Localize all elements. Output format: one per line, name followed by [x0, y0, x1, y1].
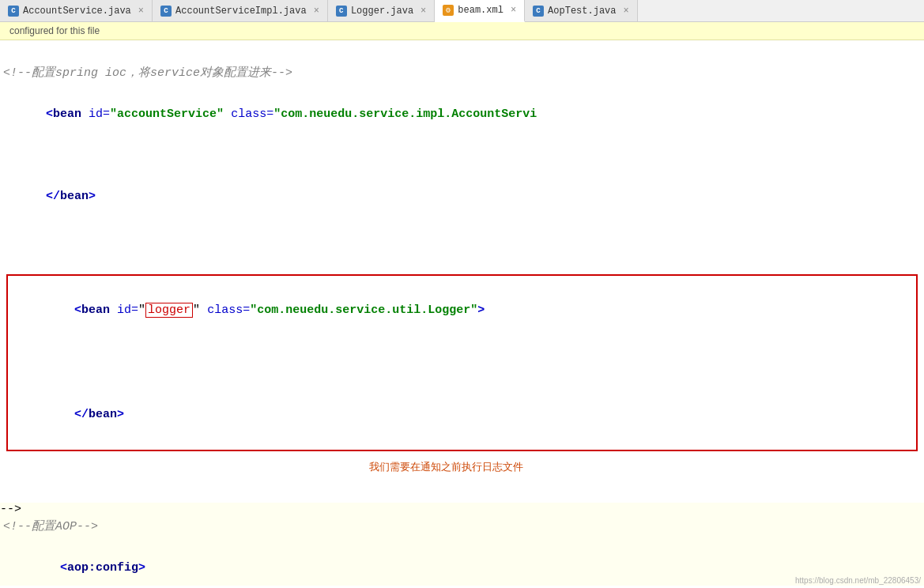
bean-account-content: <bean id="accountService" class="com.neu… [0, 86, 924, 143]
code-line-blank7 [0, 481, 924, 503]
notice-bar: configured for this file [0, 22, 924, 40]
tab-account-service[interactable]: c AccountService.java × [0, 0, 153, 21]
close-bean1-content: </bean> [0, 168, 924, 225]
comment-spring-ioc: <!--配置spring ioc，将service对象配置进来--> [0, 64, 924, 83]
tab-label-account-service: AccountService.java [23, 6, 131, 17]
tab-close-beam-xml[interactable]: × [511, 5, 516, 16]
code-line-note: 我们需要在通知之前执行日志文件 [0, 454, 924, 481]
tab-icon-account-service-impl: c [160, 6, 172, 17]
tab-account-service-impl[interactable]: c AccountServiceImpl.java × [153, 0, 328, 21]
close-bean2-content: </bean> [14, 386, 910, 443]
bean-logger-content: <bean id="logger" class="com.neuedu.serv… [14, 282, 910, 339]
tab-close-aop-test[interactable]: × [624, 6, 629, 17]
code-line-bean-logger: <bean id="logger" class="com.neuedu.serv… [14, 281, 910, 341]
tab-close-logger-java[interactable]: × [421, 6, 426, 17]
tab-beam-xml[interactable]: ⚙ beam.xml × [435, 0, 525, 22]
info-note-text: 我们需要在通知之前执行日志文件 [0, 456, 924, 479]
code-line-aop-config: <aop:config> [0, 538, 924, 586]
tab-close-account-service-impl[interactable]: × [314, 6, 319, 17]
code-line-blank5 [14, 341, 910, 363]
code-line-bean-account: <bean id="accountService" class="com.neu… [0, 85, 924, 145]
notice-text: configured for this file [9, 25, 100, 36]
tab-logger-java[interactable]: c Logger.java × [328, 0, 435, 21]
tab-bar: c AccountService.java × c AccountService… [0, 0, 924, 22]
logger-id-box: logger [145, 303, 193, 318]
code-line-comment-aop: <!--配置AOP--> [0, 516, 924, 538]
tab-label-aop-test: AopTest.java [548, 6, 616, 17]
logger-bean-section: <bean id="logger" class="com.neuedu.serv… [6, 274, 918, 451]
code-line-comment-spring: <!--配置spring ioc，将service对象配置进来--> [0, 62, 924, 85]
comment-aop-content: <!--配置AOP--> [0, 518, 924, 537]
tab-label-beam-xml: beam.xml [458, 5, 503, 16]
tab-close-account-service[interactable]: × [138, 6, 144, 17]
tab-icon-account-service: c [8, 6, 19, 17]
tab-icon-beam-xml: ⚙ [443, 5, 454, 16]
code-line-blank6 [14, 363, 910, 385]
tab-icon-logger-java: c [336, 6, 347, 17]
code-line-close-bean1: </bean> [0, 167, 924, 227]
code-line-blank2 [0, 145, 924, 167]
tab-aop-test[interactable]: c AopTest.java × [525, 0, 638, 21]
watermark: https://blog.csdn.net/mb_22806453/ [795, 576, 921, 585]
tab-label-logger-java: Logger.java [351, 6, 413, 17]
code-line-blank4 [0, 249, 924, 271]
aop-config-content: <aop:config> [0, 540, 924, 586]
code-area[interactable]: <!--配置spring ioc，将service对象配置进来--> <bean… [0, 40, 924, 586]
code-line-blank3 [0, 227, 924, 249]
code-line-close-bean2: </bean> [14, 385, 910, 445]
code-line-blank1 [0, 40, 924, 62]
tab-label-account-service-impl: AccountServiceImpl.java [175, 6, 307, 17]
tab-icon-aop-test: c [533, 6, 544, 17]
aop-section: --> <!--配置AOP--> <aop:config> <aop:aspec… [0, 503, 924, 586]
